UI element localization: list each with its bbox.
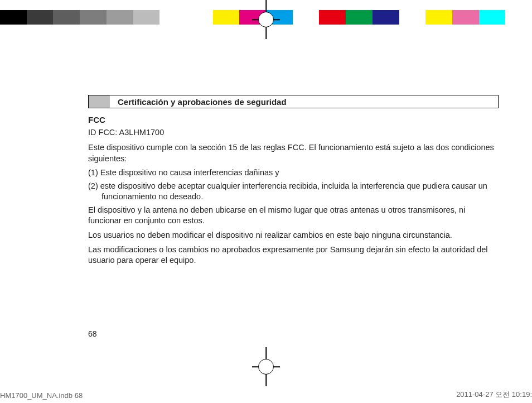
- color-swatch: [213, 10, 240, 25]
- color-swatch: [373, 10, 399, 25]
- color-swatch: [425, 10, 452, 25]
- footer-file-name: HM1700_UM_NA.indb 68: [0, 391, 83, 400]
- color-swatch: [293, 10, 320, 25]
- page-content: Certificación y aprobaciones de segurida…: [88, 95, 499, 270]
- fcc-para-2: Los usuarios no deben modificar el dispo…: [88, 230, 499, 241]
- footer-timestamp: 2011-04-27 오전 10:19:: [456, 390, 532, 400]
- color-swatch: [0, 10, 27, 25]
- color-swatch: [452, 10, 479, 25]
- color-swatch: [80, 10, 107, 25]
- color-swatch: [346, 10, 373, 25]
- fcc-item-2: (2) este dispositivo debe aceptar cualqu…: [88, 181, 499, 203]
- section-title: Certificación y aprobaciones de segurida…: [118, 97, 287, 107]
- fcc-para-3: Las modificaciones o los cambios no apro…: [88, 244, 499, 266]
- registration-mark-top: [252, 0, 280, 39]
- section-header: Certificación y aprobaciones de segurida…: [88, 95, 499, 108]
- color-swatch: [107, 10, 133, 25]
- color-swatch: [27, 10, 54, 25]
- color-swatch: [319, 10, 346, 25]
- section-header-box: [89, 95, 110, 108]
- fcc-heading: FCC: [88, 115, 499, 124]
- color-swatch: [133, 10, 160, 25]
- color-swatch: [479, 10, 506, 25]
- color-swatch: [53, 10, 80, 25]
- fcc-id: ID FCC: A3LHM1700: [88, 128, 499, 137]
- fcc-item-1: (1) Este dispositivo no causa interferen…: [88, 167, 499, 179]
- color-swatch: [399, 10, 426, 25]
- color-swatch: [159, 10, 186, 25]
- page-number: 68: [88, 329, 97, 338]
- color-swatch: [505, 10, 532, 25]
- registration-mark-bottom: [252, 347, 280, 386]
- color-swatch: [186, 10, 213, 25]
- fcc-intro: Este dispositivo cumple con la sección 1…: [88, 142, 499, 164]
- fcc-para-1: El dispositivo y la antena no deben ubic…: [88, 205, 499, 227]
